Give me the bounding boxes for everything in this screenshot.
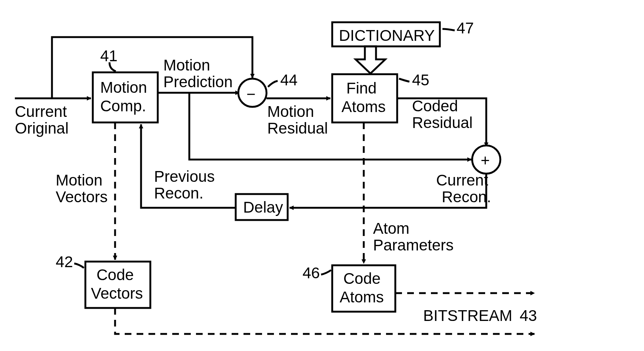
motion-comp-l1: Motion	[100, 79, 147, 96]
code-vectors-l1: Code	[97, 266, 134, 283]
motion-prediction-l2: Prediction	[163, 73, 233, 91]
code-atoms-l1: Code	[343, 270, 380, 287]
current-original-l2: Original	[15, 119, 69, 137]
motion-comp-l2: Comp.	[100, 97, 146, 115]
motion-prediction-l1: Motion	[163, 56, 210, 74]
ref45-tick	[399, 79, 409, 82]
code-atoms-l2: Atoms	[340, 288, 384, 306]
bitstream-ref: 43	[520, 307, 537, 324]
motion-residual-l1: Motion	[267, 103, 314, 120]
dictionary-ref: 47	[457, 19, 474, 37]
current-original-l1: Current	[15, 103, 67, 120]
bitstream-label: BITSTREAM	[423, 307, 512, 324]
atom-params-l1: Atom	[373, 220, 409, 237]
atom-params-l2: Parameters	[373, 236, 454, 254]
block-diagram: Current Original Motion Comp. 41 Motion …	[7, 7, 644, 351]
dict-arrow	[356, 46, 385, 73]
motion-vectors-l1: Motion	[56, 171, 102, 189]
motion-comp-ref: 41	[100, 47, 118, 65]
code-vectors-ref: 42	[56, 253, 73, 270]
previous-recon-l2: Recon.	[154, 184, 203, 202]
coded-residual-l1: Coded	[412, 97, 458, 115]
motion-vectors-l2: Vectors	[56, 188, 108, 206]
find-atoms-l2: Atoms	[341, 98, 386, 115]
coded-residual-l2: Residual	[412, 114, 473, 131]
previous-recon-l1: Previous	[154, 168, 215, 185]
code-atoms-ref: 46	[303, 264, 320, 282]
code-vectors-l2: Vectors	[91, 285, 143, 302]
current-recon-l1: Current	[436, 171, 488, 189]
ref42-tick	[74, 263, 84, 268]
ref47-tick	[442, 29, 455, 30]
find-atoms-ref: 45	[412, 71, 429, 89]
add-symbol: +	[481, 152, 490, 169]
current-recon-l2: Recon.	[442, 188, 491, 206]
ref46-tick	[321, 270, 331, 275]
motion-residual-l2: Residual	[267, 119, 328, 137]
delay-label: Delay	[243, 199, 283, 216]
subtract-symbol: −	[246, 85, 256, 103]
find-atoms-l1: Find	[346, 79, 377, 97]
dictionary-label: DICTIONARY	[339, 27, 435, 44]
ref44-tick	[268, 81, 278, 87]
subtract-ref: 44	[280, 71, 298, 89]
